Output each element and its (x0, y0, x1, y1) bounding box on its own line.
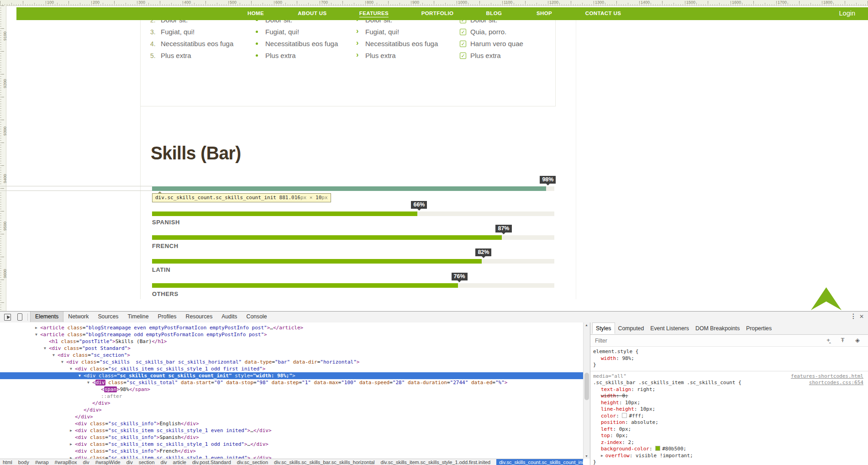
devtools-tab-elements[interactable]: Elements (30, 312, 63, 322)
dom-tree-row[interactable]: ▼<article class="blogStreampage odd empt… (0, 331, 583, 338)
rule-selector-row[interactable]: .sc_skills_bar .sc_skills_item .sc_skill… (593, 380, 868, 386)
dom-tree-row[interactable]: <h1 class="postTitle">Skills (Bar)</h1> (0, 338, 583, 345)
css-property-row[interactable]: ▶ overflow: visible !important; (593, 453, 868, 460)
breadcrumb-item[interactable]: #wrap (35, 460, 49, 465)
breadcrumb-item[interactable]: #wrapBox (55, 460, 77, 465)
dom-tree-row[interactable]: ▶<div class="sc_skills_item sc_skills_st… (0, 441, 583, 448)
css-property-row[interactable]: height: 10px; (593, 400, 868, 407)
breadcrumb-item[interactable]: div.sc_skills_item.sc_skills_style_1.odd… (381, 460, 491, 465)
overflow-menu-icon[interactable]: ⋮ (850, 312, 857, 320)
devtools-tab-resources[interactable]: Resources (181, 312, 217, 322)
devtools-tab-sources[interactable]: Sources (93, 312, 123, 322)
css-property-row[interactable]: text-align: right; (593, 386, 868, 393)
scrollbar-thumb[interactable] (584, 373, 589, 400)
breadcrumb-item[interactable]: div.sc_section (237, 460, 268, 465)
expand-icon[interactable]: ▶ (70, 427, 75, 434)
elements-scrollbar[interactable]: ▲ ▼ (583, 322, 590, 459)
css-property-row[interactable]: width: 0; (593, 393, 868, 400)
dom-tree-row[interactable]: <div class="sc_skills_info">Spanish</div… (0, 434, 583, 441)
ruler-label: 600 (275, 0, 282, 5)
breadcrumb-item[interactable]: #wrapWide (95, 460, 121, 465)
scroll-up-icon[interactable]: ▲ (585, 323, 588, 327)
skill-bar-fill (152, 186, 546, 191)
breadcrumb-item[interactable]: html (3, 460, 12, 465)
nav-item-about-us[interactable]: ABOUT US (298, 11, 326, 16)
devtools-tab-timeline[interactable]: Timeline (123, 312, 153, 322)
dom-tree-row[interactable]: </div> (0, 407, 583, 413)
expand-icon[interactable]: ▶ (35, 324, 40, 331)
dom-tree-row[interactable]: ▶<div class="sc_skills_item sc_skills_st… (0, 454, 583, 459)
collapse-icon[interactable]: ▼ (44, 345, 49, 352)
dom-tree-row[interactable]: ▶<div class="sc_skills_item sc_skills_st… (0, 427, 583, 434)
stylesheet-link[interactable]: features-shortcodes.html (791, 373, 863, 380)
css-property-row[interactable]: color: #fff; (593, 413, 868, 420)
dom-tree-row[interactable]: <div class="sc_skills_info">English</div… (0, 420, 583, 427)
rule-selector-row[interactable]: element.style { (593, 349, 868, 355)
nav-item-contact-us[interactable]: CONTACT US (585, 11, 621, 16)
css-property-row[interactable]: left: 0px; (593, 426, 868, 433)
devtools-tab-profiles[interactable]: Profiles (153, 312, 181, 322)
dom-tree-row[interactable]: ▼<div class="sc_skills sc_skills_bar sc_… (0, 359, 583, 365)
devtools-tab-network[interactable]: Network (63, 312, 93, 322)
dom-tree-row[interactable]: ▼<div class="sc_section"> (0, 352, 583, 359)
back-to-top-button[interactable] (811, 287, 842, 310)
dom-tree-row[interactable]: <div class="sc_skills_info">French</div> (0, 448, 583, 454)
dom-tree-row[interactable]: <span>98%</span> (0, 386, 583, 393)
devtools-tab-console[interactable]: Console (242, 312, 272, 322)
sidebar-tab-properties[interactable]: Properties (743, 323, 775, 333)
breadcrumb-item[interactable]: body (18, 460, 29, 465)
inspect-element-icon[interactable] (4, 314, 11, 321)
color-swatch[interactable] (655, 446, 660, 451)
nav-item-features[interactable]: FEATURES (359, 11, 389, 17)
collapse-icon[interactable]: ▼ (35, 331, 40, 338)
breadcrumb-item[interactable]: div.sc_skills.sc_skills_bar.sc_skills_ho… (274, 460, 374, 465)
dom-tree-row[interactable]: ▼<div class="sc_skills_total" data-start… (0, 379, 583, 386)
dom-tree-row[interactable]: </div> (0, 413, 583, 420)
breadcrumb-item[interactable]: div (161, 460, 167, 465)
breadcrumb-item[interactable]: div.post.Standard (192, 460, 231, 465)
sidebar-tab-event-listeners[interactable]: Event Listeners (647, 323, 692, 333)
styles-filter-input[interactable] (594, 337, 733, 344)
styles-toolbar-icons[interactable]: +̯ Ŧ ◈ (826, 337, 864, 343)
collapse-icon[interactable]: ▼ (79, 372, 84, 379)
css-property-row[interactable]: z-index: 2; (593, 439, 868, 446)
stylesheet-link[interactable]: shortcodes.css:654 (809, 380, 863, 386)
sidebar-tab-styles[interactable]: Styles (592, 322, 615, 334)
styles-rules: element.style {width: 98%;}media="all"fe… (590, 347, 868, 465)
nav-item-home[interactable]: HOME (247, 11, 264, 16)
dom-tree-row[interactable]: ::after (0, 393, 583, 400)
css-property-row[interactable]: position: absolute; (593, 419, 868, 426)
collapse-icon[interactable]: ▼ (53, 352, 58, 359)
collapse-icon[interactable]: ▼ (70, 365, 75, 372)
breadcrumb-item[interactable]: section (139, 460, 155, 465)
breadcrumb-item[interactable]: div.sc_skills_count.sc_skills_count_init (496, 459, 583, 465)
nav-item-blog[interactable]: BLOG (486, 11, 502, 16)
collapse-icon[interactable]: ▼ (61, 359, 66, 365)
expand-property-icon[interactable]: ▶ (601, 454, 605, 458)
expand-icon[interactable]: ▶ (70, 441, 75, 448)
nav-item-shop[interactable]: SHOP (537, 11, 552, 16)
login-link[interactable]: Login (839, 10, 855, 17)
dom-tree-row[interactable]: ▶<article class="blogStreampage even emp… (0, 324, 583, 331)
dom-tree-row[interactable]: </div> (0, 400, 583, 407)
device-mode-icon[interactable] (17, 313, 22, 321)
css-property-row[interactable]: top: 0px; (593, 433, 868, 439)
sidebar-tab-computed[interactable]: Computed (615, 323, 647, 333)
breadcrumb-item[interactable]: div (126, 460, 133, 465)
collapse-icon[interactable]: ▼ (87, 379, 92, 386)
close-devtools-icon[interactable]: ✕ (859, 313, 864, 320)
dom-tree-row[interactable]: ▼<div class="post Standard"> (0, 345, 583, 352)
nav-item-portfolio[interactable]: PORTFOLIO (421, 11, 454, 16)
expand-icon[interactable]: ▶ (70, 454, 75, 459)
dom-tree-row[interactable]: ▼<div class="sc_skills_item sc_skills_st… (0, 365, 583, 372)
css-property-row[interactable]: background-color: #80b500; (593, 446, 868, 453)
css-property-row[interactable]: line-height: 10px; (593, 406, 868, 413)
breadcrumb-item[interactable]: div (83, 460, 89, 465)
css-property-row[interactable]: width: 98%; (593, 355, 868, 362)
scroll-down-icon[interactable]: ▼ (585, 454, 588, 458)
breadcrumb-item[interactable]: article (173, 460, 186, 465)
dom-tree-row[interactable]: ▼<div class="sc_skills_count sc_skills_c… (0, 372, 583, 379)
color-swatch[interactable] (622, 413, 627, 418)
devtools-tab-audits[interactable]: Audits (217, 312, 242, 322)
sidebar-tab-dom-breakpoints[interactable]: DOM Breakpoints (692, 323, 743, 333)
